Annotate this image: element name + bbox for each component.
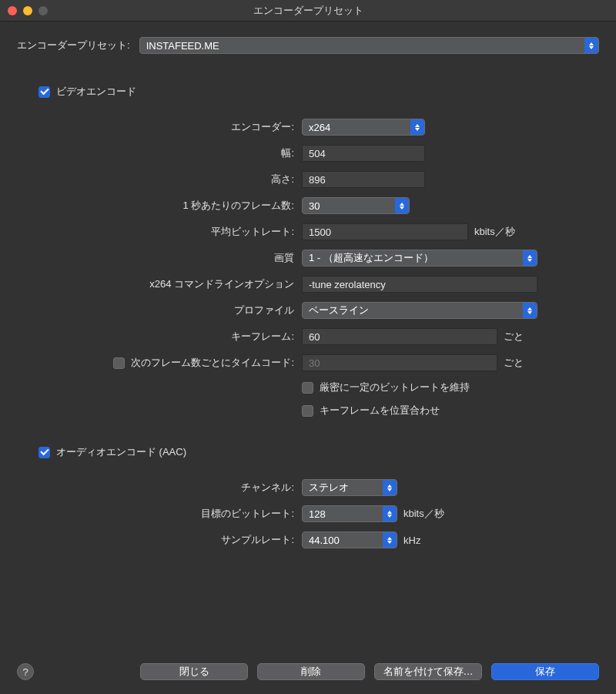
save-button[interactable]: 保存 (491, 663, 599, 680)
chevron-updown-icon (523, 250, 537, 266)
timecode-label: 次のフレーム数ごとにタイムコード: (131, 356, 294, 370)
preset-value: INSTAFEED.ME (146, 40, 219, 52)
titlebar: エンコーダープリセット (0, 0, 616, 22)
help-button[interactable]: ? (17, 663, 34, 680)
profile-select[interactable]: ベースライン (302, 302, 537, 319)
cmdline-input[interactable]: -tune zerolatency (302, 276, 537, 293)
zoom-window-icon (38, 6, 48, 15)
preset-select[interactable]: INSTAFEED.ME (139, 37, 599, 54)
close-button[interactable]: 閉じる (140, 663, 248, 680)
keyframe-value: 60 (309, 331, 320, 343)
audio-bitrate-select[interactable]: 128 (302, 505, 397, 522)
close-window-icon[interactable] (8, 6, 17, 15)
minimize-window-icon[interactable] (23, 6, 32, 15)
audio-bitrate-unit: kbits／秒 (403, 507, 444, 521)
avg-bitrate-input[interactable]: 1500 (302, 223, 468, 240)
profile-label: プロファイル (17, 303, 302, 317)
width-value: 504 (309, 148, 326, 159)
encoder-value: x264 (309, 122, 330, 133)
delete-button[interactable]: 削除 (257, 663, 365, 680)
samplerate-unit: kHz (403, 535, 420, 546)
avg-bitrate-label: 平均ビットレート: (17, 225, 302, 239)
align-keyframe-checkbox[interactable] (302, 405, 313, 417)
save-as-button[interactable]: 名前を付けて保存… (374, 663, 482, 680)
keyframe-input[interactable]: 60 (302, 328, 497, 345)
chevron-updown-icon (383, 506, 397, 521)
channels-value: ステレオ (309, 481, 349, 495)
timecode-value: 30 (309, 357, 320, 369)
window-title: エンコーダープリセット (0, 4, 616, 18)
quality-value: 1 - （超高速なエンコード） (309, 251, 434, 265)
chevron-updown-icon (584, 38, 598, 53)
encoder-label: エンコーダー: (17, 120, 302, 134)
strict-bitrate-checkbox[interactable] (302, 382, 313, 394)
width-label: 幅: (17, 146, 302, 160)
channels-select[interactable]: ステレオ (302, 479, 397, 496)
cmdline-label: x264 コマンドラインオプション (17, 277, 302, 291)
audio-encode-label: オーディオエンコード (AAC) (56, 445, 186, 459)
video-encode-label: ビデオエンコード (56, 85, 136, 99)
encoder-select[interactable]: x264 (302, 119, 425, 136)
audio-bitrate-value: 128 (309, 508, 326, 520)
quality-label: 画質 (17, 251, 302, 265)
chevron-updown-icon (383, 532, 397, 548)
align-keyframe-label: キーフレームを位置合わせ (320, 404, 440, 417)
fps-label: 1 秒あたりのフレーム数: (17, 199, 302, 213)
preset-label: エンコーダープリセット: (17, 39, 139, 52)
timecode-input: 30 (302, 354, 497, 371)
samplerate-label: サンプルレート: (17, 533, 302, 547)
quality-select[interactable]: 1 - （超高速なエンコード） (302, 250, 537, 267)
video-encode-checkbox[interactable] (38, 86, 50, 98)
width-input[interactable]: 504 (302, 145, 425, 162)
keyframe-label: キーフレーム: (17, 330, 302, 344)
fps-select[interactable]: 30 (302, 197, 410, 214)
keyframe-unit: ごと (504, 330, 524, 344)
height-value: 896 (309, 174, 326, 186)
channels-label: チャンネル: (17, 481, 302, 495)
avg-bitrate-value: 1500 (309, 226, 331, 238)
profile-value: ベースライン (309, 303, 369, 317)
strict-bitrate-label: 厳密に一定のビットレートを維持 (320, 381, 470, 394)
chevron-updown-icon (395, 198, 409, 213)
height-label: 高さ: (17, 173, 302, 186)
timecode-checkbox[interactable] (113, 357, 125, 369)
timecode-unit: ごと (504, 356, 524, 370)
chevron-updown-icon (523, 303, 537, 318)
chevron-updown-icon (383, 480, 397, 495)
samplerate-value: 44.100 (309, 535, 340, 546)
avg-bitrate-unit: kbits／秒 (474, 225, 515, 239)
window-controls (8, 6, 48, 15)
samplerate-select[interactable]: 44.100 (302, 531, 397, 548)
height-input[interactable]: 896 (302, 171, 425, 188)
fps-value: 30 (309, 200, 320, 212)
cmdline-value: -tune zerolatency (309, 279, 386, 290)
chevron-updown-icon (410, 119, 424, 135)
help-icon: ? (22, 666, 28, 678)
audio-encode-checkbox[interactable] (38, 447, 50, 458)
audio-bitrate-label: 目標のビットレート: (17, 507, 302, 521)
